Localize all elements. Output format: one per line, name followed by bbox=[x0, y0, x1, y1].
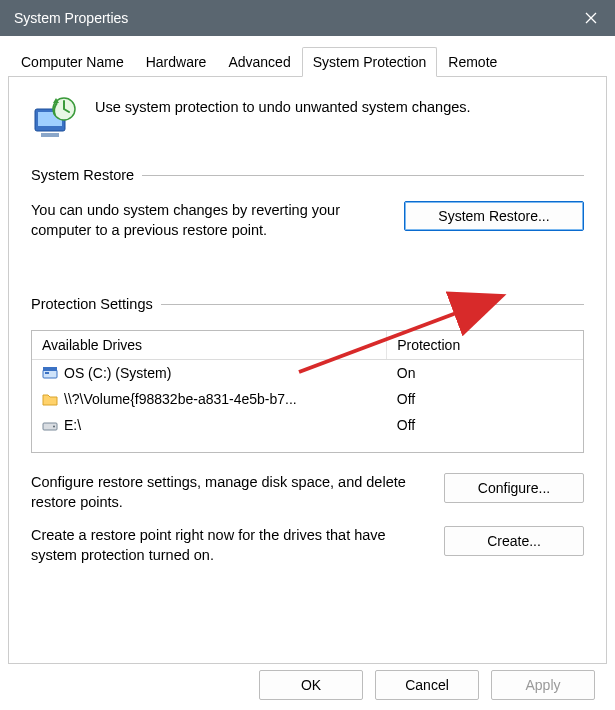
drives-table-body: OS (C:) (System) On \\?\Volume{f98832be-… bbox=[32, 360, 583, 452]
apply-button[interactable]: Apply bbox=[491, 670, 595, 700]
svg-point-11 bbox=[53, 426, 55, 428]
drive-protection: Off bbox=[387, 389, 583, 409]
table-row-empty bbox=[32, 438, 583, 452]
svg-rect-8 bbox=[43, 367, 57, 371]
group-rule bbox=[161, 304, 584, 305]
system-restore-group: System Restore You can undo system chang… bbox=[31, 167, 584, 254]
cancel-button[interactable]: Cancel bbox=[375, 670, 479, 700]
drive-os-icon bbox=[42, 365, 58, 381]
system-protection-panel: Use system protection to undo unwanted s… bbox=[8, 77, 607, 664]
configure-button[interactable]: Configure... bbox=[444, 473, 584, 503]
footer-button-bar: OK Cancel Apply bbox=[8, 670, 607, 700]
group-header-protection-settings: Protection Settings bbox=[31, 296, 584, 312]
intro-row: Use system protection to undo unwanted s… bbox=[31, 95, 584, 143]
close-icon bbox=[585, 12, 597, 24]
system-restore-description: You can undo system changes by reverting… bbox=[31, 201, 386, 240]
system-properties-window: System Properties Computer Name Hardware… bbox=[0, 0, 615, 710]
tab-computer-name[interactable]: Computer Name bbox=[10, 47, 135, 77]
drive-name: OS (C:) (System) bbox=[64, 365, 171, 381]
table-row[interactable]: OS (C:) (System) On bbox=[32, 360, 583, 386]
folder-icon bbox=[42, 391, 58, 407]
intro-text: Use system protection to undo unwanted s… bbox=[95, 95, 471, 115]
group-rule bbox=[142, 175, 584, 176]
content-area: Computer Name Hardware Advanced System P… bbox=[0, 36, 615, 710]
system-restore-button[interactable]: System Restore... bbox=[404, 201, 584, 231]
system-protection-icon bbox=[31, 95, 79, 143]
drives-table[interactable]: Available Drives Protection OS (C:) (Sys… bbox=[31, 330, 584, 453]
svg-rect-2 bbox=[41, 133, 59, 137]
drives-table-header: Available Drives Protection bbox=[32, 331, 583, 360]
drive-name: E:\ bbox=[64, 417, 81, 433]
group-title-protection-settings: Protection Settings bbox=[31, 296, 153, 312]
drive-name: \\?\Volume{f98832be-a831-4e5b-b7... bbox=[64, 391, 297, 407]
tab-system-protection[interactable]: System Protection bbox=[302, 47, 438, 77]
close-button[interactable] bbox=[567, 0, 615, 36]
tab-remote[interactable]: Remote bbox=[437, 47, 508, 77]
tab-hardware[interactable]: Hardware bbox=[135, 47, 218, 77]
create-description: Create a restore point right now for the… bbox=[31, 526, 426, 565]
drive-protection: Off bbox=[387, 415, 583, 435]
group-header-system-restore: System Restore bbox=[31, 167, 584, 183]
column-header-drive[interactable]: Available Drives bbox=[32, 331, 387, 359]
ok-button[interactable]: OK bbox=[259, 670, 363, 700]
configure-description: Configure restore settings, manage disk … bbox=[31, 473, 426, 512]
create-button[interactable]: Create... bbox=[444, 526, 584, 556]
column-header-protection[interactable]: Protection bbox=[387, 331, 583, 359]
tab-strip: Computer Name Hardware Advanced System P… bbox=[8, 46, 607, 77]
drive-icon bbox=[42, 417, 58, 433]
drive-protection: On bbox=[387, 363, 583, 383]
protection-settings-group: Protection Settings Available Drives Pro… bbox=[31, 296, 584, 579]
window-title: System Properties bbox=[14, 10, 567, 26]
table-row[interactable]: \\?\Volume{f98832be-a831-4e5b-b7... Off bbox=[32, 386, 583, 412]
table-row[interactable]: E:\ Off bbox=[32, 412, 583, 438]
group-title-system-restore: System Restore bbox=[31, 167, 134, 183]
tab-advanced[interactable]: Advanced bbox=[217, 47, 301, 77]
titlebar[interactable]: System Properties bbox=[0, 0, 615, 36]
svg-rect-9 bbox=[45, 372, 49, 374]
